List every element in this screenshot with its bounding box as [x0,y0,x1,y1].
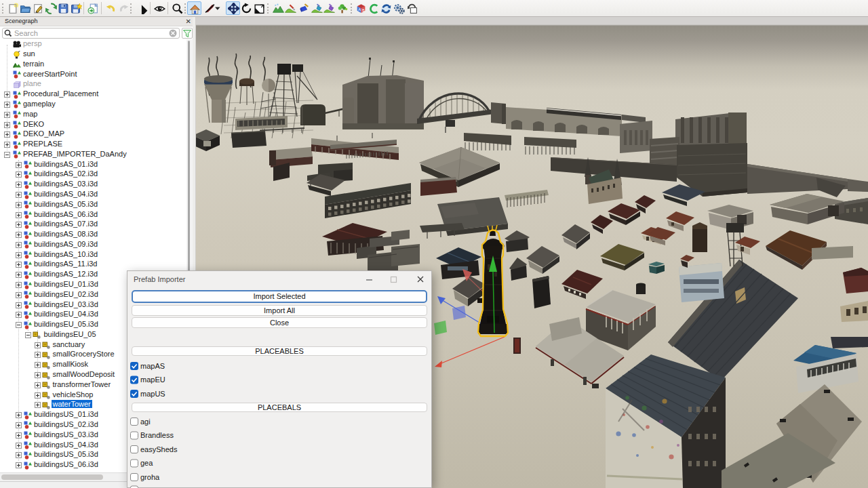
svg-text:Search: Search [14,29,38,37]
svg-text:B: B [362,8,365,12]
svg-text:A: A [358,7,361,12]
